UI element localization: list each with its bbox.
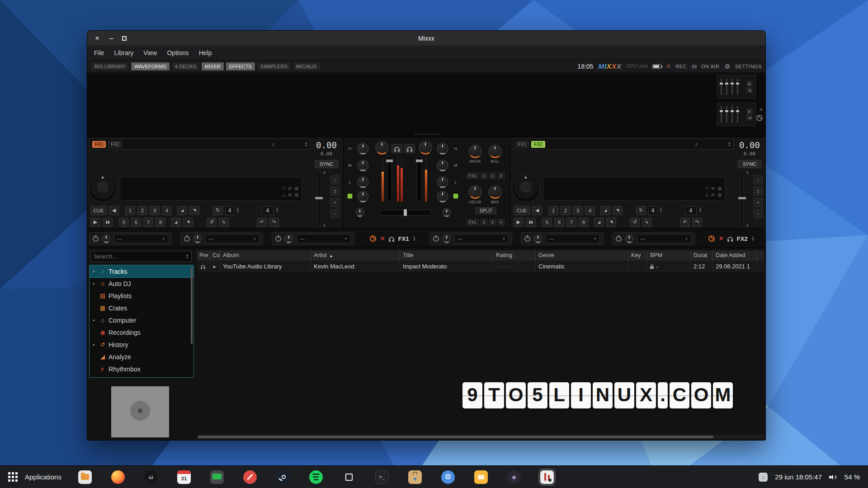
- deck-fx2-toggle-left[interactable]: FX2: [108, 141, 122, 148]
- fx1-focus-spinner[interactable]: ▲▼: [413, 236, 416, 241]
- column-header-co[interactable]: Co: [210, 250, 220, 261]
- fx1-clear-icon[interactable]: ×: [380, 235, 384, 242]
- fx1-slot-2-selector[interactable]: ---▼: [205, 234, 259, 243]
- search-input[interactable]: [94, 253, 186, 260]
- beatloop-roll-b-right[interactable]: ◥: [606, 218, 616, 227]
- loop-toggle-right[interactable]: ↻: [636, 206, 646, 215]
- on-air-label[interactable]: ON AIR: [701, 64, 719, 69]
- fx1-slot-3-selector[interactable]: ---▼: [297, 234, 351, 243]
- track-table-row[interactable]: ▶ YouTube Audio Library Kevin MacLeod Im…: [197, 261, 764, 272]
- deck-option-2-button-right[interactable]: ↥: [754, 187, 763, 196]
- toolbar-effects[interactable]: EFFECTS: [226, 62, 255, 71]
- cover-art-preview[interactable]: [111, 386, 169, 437]
- hotcue-3-button-left[interactable]: 3: [150, 206, 160, 215]
- toolbar-mic-aux[interactable]: MIC/AUX: [292, 62, 321, 71]
- loop-out-button-left[interactable]: ↳: [219, 218, 229, 227]
- track-spinner-right[interactable]: ▲▼: [728, 142, 731, 147]
- expand-arrow-icon[interactable]: ▸: [91, 343, 97, 347]
- fx1-super-knob-icon[interactable]: [370, 235, 376, 242]
- fx2-slot-2-selector[interactable]: ---▼: [546, 234, 600, 243]
- toolbar-4-decks[interactable]: 4 DECKS: [171, 62, 200, 71]
- pause-button-left[interactable]: ▮▮: [103, 218, 113, 227]
- column-header-artist[interactable]: Artist▲: [311, 250, 400, 261]
- table-horizontal-scrollbar[interactable]: [197, 435, 764, 439]
- fx1-slot-1-selector[interactable]: ---▼: [114, 234, 168, 243]
- fx2-slot-1-metaknob[interactable]: [442, 234, 451, 243]
- waveform-overview-left[interactable]: · · · · ·▽ ⇄ ▤△ ⇄ ▥: [120, 177, 302, 201]
- track-spinner-left[interactable]: ▲▼: [305, 142, 307, 147]
- aux-knob-left[interactable]: [355, 208, 364, 217]
- taskbar-icon-steam[interactable]: [275, 469, 291, 485]
- toolbar-mixer[interactable]: MIXER: [201, 62, 224, 71]
- eq-knob-l-ch1[interactable]: [357, 176, 369, 188]
- fx2-slot-2-enable-icon[interactable]: [524, 236, 530, 242]
- taskbar-icon-terminal[interactable]: >_: [374, 469, 390, 485]
- beatjump-marker-a-left[interactable]: ◢: [177, 206, 187, 215]
- loop-out-button-right[interactable]: ↳: [642, 218, 652, 227]
- fx2-clear-icon[interactable]: ×: [719, 235, 723, 242]
- deck-fx1-toggle-left[interactable]: FX1: [92, 141, 106, 148]
- minimize-button[interactable]: –: [107, 34, 115, 42]
- volume-icon[interactable]: [829, 474, 837, 480]
- deck-option-3-button-right[interactable]: +: [754, 198, 763, 207]
- hotcue-3-button-right[interactable]: 3: [573, 206, 583, 215]
- cell-rating[interactable]: ·····: [493, 261, 536, 272]
- hotcue-5-button-right[interactable]: 5: [542, 218, 552, 227]
- headphone-gain-knob[interactable]: [468, 185, 482, 199]
- fx2-pfl-icon[interactable]: [727, 237, 733, 240]
- beatjump-marker-b-left[interactable]: ◥: [189, 206, 199, 215]
- sidebar-item-auto-dj[interactable]: ▸ ♫ Auto DJ: [90, 277, 193, 290]
- menu-file[interactable]: File: [89, 49, 109, 56]
- hotcue-6-button-left[interactable]: 6: [131, 218, 141, 227]
- mini-sliders[interactable]: [721, 79, 738, 95]
- deck-fx1-toggle-right[interactable]: FX1: [515, 141, 529, 148]
- jog-wheel-right[interactable]: [512, 174, 540, 202]
- fx1-slot-2-enable-icon[interactable]: [184, 236, 190, 242]
- sidebar-item-rhythmbox[interactable]: ♬ Rhythmbox: [90, 363, 193, 375]
- taskbar-icon-calendar[interactable]: 31: [176, 469, 192, 485]
- maximize-button[interactable]: [122, 36, 127, 41]
- fx1-slot-1-metaknob[interactable]: [102, 234, 111, 243]
- sidebar-scrollbar[interactable]: [191, 267, 193, 344]
- main-fx-assign-3[interactable]: 3: [489, 173, 496, 179]
- cell-cover[interactable]: ▶: [210, 261, 220, 272]
- taskbar-icon-boxes[interactable]: [341, 469, 357, 485]
- fx2-slot-1-selector[interactable]: ---▼: [454, 234, 509, 243]
- quick-effect-enable-ch1[interactable]: [347, 193, 353, 199]
- beatjump-marker-b-right[interactable]: ◥: [613, 206, 623, 215]
- headphone-fx-assign-2[interactable]: 2: [481, 219, 487, 225]
- reverse-button-right[interactable]: ◀: [532, 206, 542, 215]
- preview-headphone-icon[interactable]: [201, 265, 205, 268]
- toolbar-waveforms[interactable]: WAVEFORMS: [131, 62, 170, 71]
- beatjump-back-button-right[interactable]: ↶: [680, 218, 690, 227]
- column-header-pre[interactable]: Pre: [197, 250, 210, 261]
- balance-knob[interactable]: [488, 145, 502, 158]
- column-header-genre[interactable]: Genre: [536, 250, 628, 261]
- waveform-overview-right[interactable]: · · · · ·▽ ⇄ ▤△ ⇄ ▥: [543, 177, 725, 201]
- panel-next-icon[interactable]: [747, 109, 752, 114]
- taskbar-icon-briefcase-app[interactable]: ▼: [407, 469, 423, 485]
- deck-option-4-button-left[interactable]: −: [330, 209, 340, 218]
- broadcast-icon[interactable]: ((•)): [692, 64, 696, 69]
- beatjump-forward-button-left[interactable]: ↷: [269, 218, 279, 227]
- beatjump-back-button-left[interactable]: ↶: [257, 218, 267, 227]
- reverse-button-left[interactable]: ◀: [109, 206, 119, 215]
- pitch-handle[interactable]: [315, 197, 323, 199]
- volume-fader-ch2[interactable]: [417, 156, 422, 202]
- cue-button-left[interactable]: CUE: [90, 206, 107, 215]
- settings-label[interactable]: SETTINGS: [735, 64, 762, 69]
- hotcue-6-button-right[interactable]: 6: [554, 218, 564, 227]
- taskbar-icon-file-manager[interactable]: [77, 469, 93, 485]
- beatloop-roll-a-right[interactable]: ◢: [594, 218, 604, 227]
- sidebar-item-computer[interactable]: ▸ ⌂ Computer: [90, 314, 193, 326]
- panel-down-icon[interactable]: [747, 115, 752, 120]
- gain-knob-ch1[interactable]: [375, 141, 389, 155]
- column-header-rating[interactable]: Rating: [493, 250, 536, 261]
- eq-knob-m-ch2[interactable]: [437, 160, 448, 171]
- pitch-slider-right[interactable]: 8 8: [736, 172, 752, 226]
- play-button-left[interactable]: ▶: [90, 218, 100, 227]
- reloop-button-left[interactable]: ↺: [207, 218, 217, 227]
- deck-option-2-button-left[interactable]: ↥: [330, 187, 340, 196]
- loop-size-spinner-left[interactable]: ▲▼: [236, 208, 239, 213]
- close-button[interactable]: ×: [93, 34, 101, 42]
